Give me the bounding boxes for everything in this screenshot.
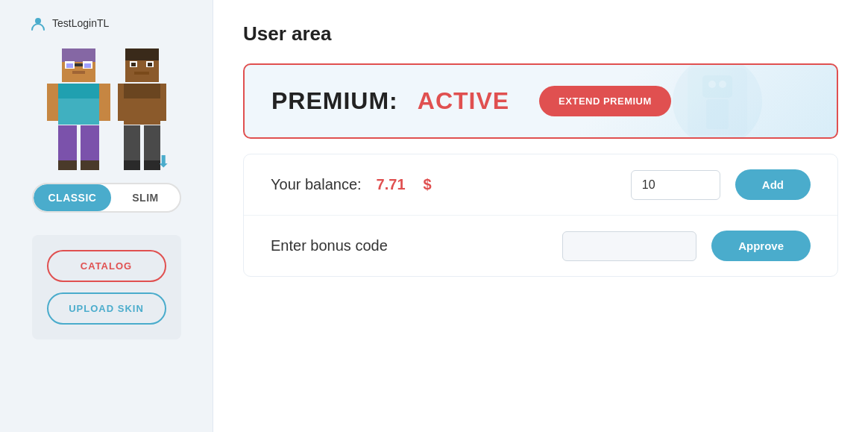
- bonus-code-input[interactable]: [562, 231, 696, 261]
- svg-point-0: [35, 18, 41, 24]
- sidebar-action-buttons: CATALOG UPLOAD SKIN: [32, 235, 181, 339]
- skin-type-toggle: CLASSIC SLIM: [32, 183, 181, 213]
- username-label: TestLoginTL: [52, 17, 109, 29]
- page-title: User area: [243, 22, 838, 46]
- svg-rect-34: [702, 75, 732, 98]
- bonus-row: Enter bonus code Approve: [244, 216, 837, 276]
- skin-display: ⬇: [47, 45, 166, 175]
- svg-rect-33: [688, 68, 747, 135]
- add-balance-button[interactable]: Add: [735, 169, 811, 200]
- balance-label: Your balance:: [271, 176, 362, 193]
- svg-rect-11: [47, 84, 58, 121]
- svg-point-32: [673, 63, 762, 139]
- svg-point-37: [719, 81, 726, 88]
- svg-rect-8: [72, 71, 85, 74]
- svg-point-36: [708, 81, 716, 88]
- premium-label: PREMIUM:: [271, 87, 398, 115]
- premium-status: ACTIVE: [418, 87, 509, 115]
- svg-rect-5: [75, 63, 83, 66]
- balance-input[interactable]: [631, 170, 720, 200]
- classic-toggle-btn[interactable]: CLASSIC: [34, 184, 112, 211]
- balance-amount: 7.71: [377, 176, 406, 193]
- catalog-button[interactable]: CATALOG: [47, 250, 166, 282]
- svg-rect-7: [84, 63, 91, 68]
- bonus-label: Enter bonus code: [271, 237, 388, 254]
- svg-rect-30: [124, 160, 140, 170]
- download-icon[interactable]: ⬇: [157, 152, 170, 172]
- svg-rect-12: [99, 84, 110, 121]
- user-info: TestLoginTL: [30, 15, 109, 31]
- svg-rect-22: [148, 63, 152, 66]
- svg-rect-26: [118, 84, 124, 121]
- balance-row: Your balance: 7.71 $ Add: [244, 154, 837, 216]
- svg-rect-16: [81, 160, 99, 170]
- slim-toggle-btn[interactable]: SLIM: [111, 184, 179, 211]
- svg-rect-6: [66, 63, 73, 68]
- svg-rect-25: [124, 84, 160, 98]
- svg-rect-27: [160, 84, 166, 121]
- extend-premium-button[interactable]: EXTEND PREMIUM: [539, 86, 671, 116]
- main-content: User area PREMIUM: ACTIVE EXTEND PREMIUM…: [213, 0, 868, 432]
- premium-card: PREMIUM: ACTIVE EXTEND PREMIUM: [243, 63, 838, 139]
- svg-rect-2: [62, 48, 95, 62]
- upload-skin-button[interactable]: UPLOAD SKIN: [47, 292, 166, 325]
- svg-rect-15: [58, 160, 77, 170]
- approve-button[interactable]: Approve: [711, 231, 811, 261]
- skin-classic: [47, 45, 110, 175]
- svg-rect-35: [706, 99, 729, 129]
- balance-currency: $: [424, 176, 432, 193]
- svg-rect-23: [134, 72, 149, 75]
- svg-rect-10: [58, 84, 99, 98]
- svg-rect-21: [131, 63, 136, 66]
- user-icon: [30, 15, 46, 31]
- info-section: Your balance: 7.71 $ Add Enter bonus cod…: [243, 154, 838, 277]
- svg-rect-18: [125, 48, 159, 60]
- sidebar: TestLoginTL: [0, 0, 213, 432]
